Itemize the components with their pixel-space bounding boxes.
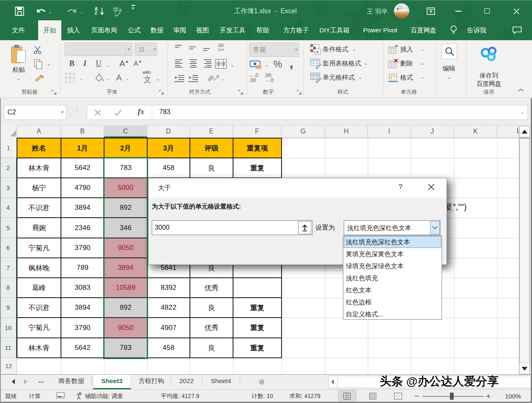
svg-text:≠: ≠ [316, 49, 319, 54]
